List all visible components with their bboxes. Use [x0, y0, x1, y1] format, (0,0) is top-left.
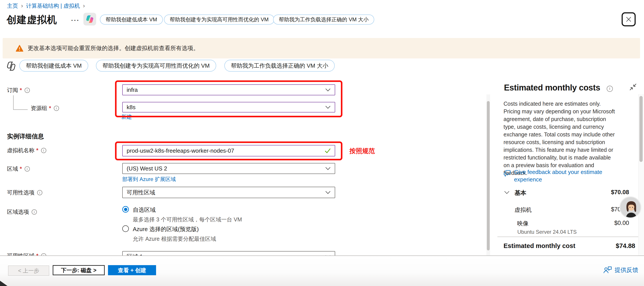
close-icon — [625, 16, 632, 23]
radio-self-select-label[interactable]: 自选区域 — [133, 206, 242, 214]
availability-options-dropdown[interactable]: 可用性区域 — [122, 187, 335, 198]
zone-options-label: 区域选项 — [7, 208, 29, 215]
help-vm-size-button-2[interactable]: 帮助我为工作负载选择正确的 VM 大小 — [224, 60, 335, 72]
cost-group-amount: $70.08 — [582, 189, 629, 196]
breadcrumb: 主页 › 计算基础结构 | 虚拟机 › — [7, 2, 85, 10]
info-icon[interactable]: i — [24, 88, 30, 93]
estimate-feedback-text: Give feedback about your estimate experi… — [514, 168, 620, 183]
copilot-outline-icon — [6, 61, 17, 71]
cost-panel-divider — [498, 236, 638, 237]
collapse-panel-icon[interactable] — [629, 83, 637, 91]
resource-group-dropdown[interactable]: k8s — [122, 102, 335, 112]
previous-step-button[interactable]: < 上一步 — [8, 265, 49, 276]
cost-total-label: Estimated monthly cost — [504, 242, 575, 249]
create-vm-page: 主页 › 计算基础结构 | 虚拟机 › 创建虚拟机 ··· 帮助我创建低成本 V… — [0, 0, 644, 286]
required-asterisk: * — [36, 147, 38, 154]
info-icon[interactable]: i — [54, 106, 59, 111]
next-step-disks-button[interactable]: 下一步: 磁盘 > — [53, 265, 105, 275]
footer-bar: < 上一步 下一步: 磁盘 > 查看 + 创建 提供反馈 — [0, 255, 644, 286]
required-asterisk: * — [49, 105, 51, 111]
feedback-person-icon — [603, 266, 612, 274]
availability-options-label-row: 可用性选项 i — [7, 189, 42, 196]
region-label: 区域 — [7, 165, 18, 172]
help-high-availability-vm-button[interactable]: 帮助我创建专为实现高可用性而优化的 VM — [164, 15, 274, 25]
cursor-artifact — [0, 281, 8, 286]
vm-name-input[interactable]: prod-usw2-k8s-freeleaps-worker-nodes-07 — [122, 145, 335, 156]
zone-option-azure-select: Azure 选择的区域(预览版) 允许 Azure 根据需要分配最佳区域 — [122, 225, 216, 242]
estimate-feedback-link[interactable]: Give feedback about your estimate experi… — [504, 168, 620, 183]
cost-row-vm-label: 虚拟机 — [514, 206, 532, 214]
availability-options-value: 可用性区域 — [127, 189, 325, 196]
region-label-row: 区域 * i — [7, 165, 30, 172]
breadcrumb-separator: › — [21, 3, 23, 9]
radio-azure-select[interactable] — [122, 225, 129, 232]
region-dropdown[interactable]: (US) West US 2 — [122, 163, 335, 174]
vm-name-label: 虚拟机名称 — [7, 147, 34, 154]
cost-row-image-amount: $0.00 — [582, 220, 629, 226]
copilot-icon — [85, 15, 94, 24]
warning-text: 更改基本选项可能会重置所做的选择。创建虚拟机前查看所有选项。 — [28, 44, 199, 52]
chevron-down-icon — [325, 88, 331, 92]
chevron-down-icon — [325, 167, 331, 170]
vm-name-value: prod-usw2-k8s-freeleaps-worker-nodes-07 — [127, 147, 325, 154]
help-high-availability-vm-button-2[interactable]: 帮助我创建专为实现高可用性而优化的 VM — [96, 60, 216, 72]
info-icon[interactable]: i — [24, 166, 30, 172]
chevron-down-icon[interactable] — [504, 191, 510, 194]
required-asterisk: * — [20, 166, 22, 172]
valid-check-icon — [325, 148, 331, 153]
avatar — [620, 196, 641, 218]
breadcrumb-separator: › — [83, 3, 85, 9]
breadcrumb-home-link[interactable]: 主页 — [7, 2, 18, 10]
page-title: 创建虚拟机 — [6, 13, 57, 26]
resource-group-value: k8s — [127, 104, 325, 111]
subscription-value: infra — [127, 87, 325, 93]
availability-options-label: 可用性选项 — [7, 189, 34, 196]
resource-group-label-row: 资源组 * i — [31, 105, 59, 112]
close-button[interactable] — [622, 12, 636, 26]
chevron-down-icon — [325, 191, 331, 194]
radio-self-select[interactable] — [122, 206, 129, 213]
required-asterisk: * — [20, 87, 22, 93]
instance-details-heading: 实例详细信息 — [7, 132, 44, 141]
vm-name-label-row: 虚拟机名称 * i — [7, 147, 46, 154]
radio-self-select-description: 最多选择 3 个可用性区域，每个区域一台 VM — [133, 216, 242, 223]
info-icon[interactable]: i — [41, 148, 46, 153]
review-create-button[interactable]: 查看 + 创建 — [108, 265, 156, 275]
vm-name-annotation: 按照规范 — [350, 147, 375, 156]
breadcrumb-section-link[interactable]: 计算基础结构 | 虚拟机 — [26, 2, 80, 10]
zone-options-label-row: 区域选项 i — [7, 208, 37, 215]
subscription-label: 订阅 — [7, 87, 18, 94]
field-connector-line — [13, 109, 28, 110]
cost-disclaimer: Costs indicated here are estimates only.… — [504, 100, 616, 177]
subscription-label-row: 订阅 * i — [7, 87, 30, 94]
warning-banner: 更改基本选项可能会重置所做的选择。创建虚拟机前查看所有选项。 — [3, 38, 640, 59]
chevron-down-icon — [325, 105, 331, 109]
help-low-cost-vm-button-2[interactable]: 帮助我创建低成本 VM — [19, 60, 88, 72]
page-scrollbar-thumb[interactable] — [640, 96, 643, 162]
feedback-bubbles-icon — [504, 170, 511, 177]
cost-panel-title: Estimated monthly costs — [504, 83, 600, 93]
help-vm-size-button[interactable]: 帮助我为工作负载选择正确的 VM 大小 — [273, 15, 374, 25]
info-icon[interactable]: i — [37, 190, 42, 195]
cost-row-image-subtext: Ubuntu Server 24.04 LTS — [517, 229, 576, 235]
info-icon[interactable]: i — [607, 86, 613, 92]
warning-icon — [16, 45, 23, 52]
radio-azure-select-description: 允许 Azure 根据需要分配最佳区域 — [133, 235, 216, 242]
region-value: (US) West US 2 — [127, 165, 325, 172]
subscription-dropdown[interactable]: infra — [122, 84, 335, 95]
feedback-link[interactable]: 提供反馈 — [603, 266, 638, 274]
cost-total-amount: $74.88 — [582, 242, 635, 249]
content-scrollbar-thumb[interactable] — [487, 101, 490, 250]
help-low-cost-vm-button[interactable]: 帮助我创建低成本 VM — [100, 15, 163, 25]
cost-row-image-label: 映像 — [517, 220, 528, 227]
radio-azure-select-label[interactable]: Azure 选择的区域(预览版) — [133, 225, 216, 233]
cost-group-label[interactable]: 基本 — [514, 189, 526, 197]
info-icon[interactable]: i — [32, 209, 37, 215]
field-connector-line — [13, 95, 14, 110]
copilot-button[interactable] — [84, 13, 96, 26]
create-new-resource-group-link[interactable]: 新建 — [122, 113, 132, 120]
more-options-button[interactable]: ··· — [71, 17, 80, 24]
feedback-link-text: 提供反馈 — [614, 266, 638, 274]
resource-group-label: 资源组 — [31, 105, 47, 112]
edge-zone-link[interactable]: 部署到 Azure 扩展区域 — [122, 176, 176, 183]
